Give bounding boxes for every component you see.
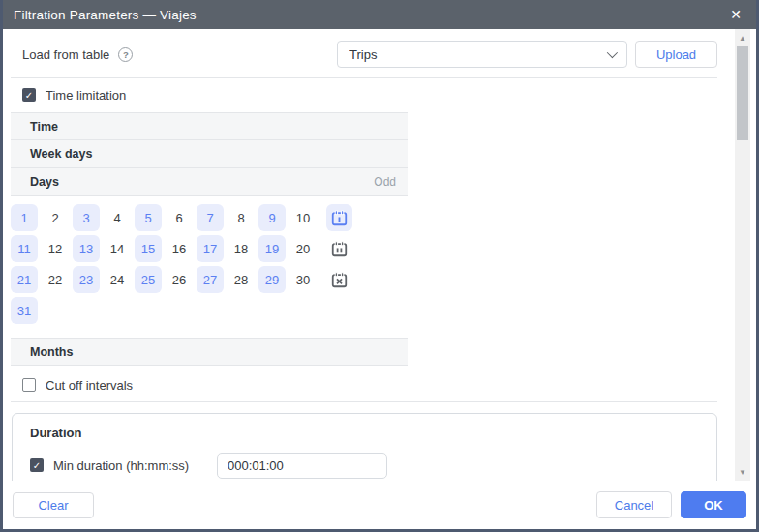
day-cell-28[interactable]: 28 (228, 266, 255, 293)
day-cell-30[interactable]: 30 (289, 266, 317, 293)
clear-button[interactable]: Clear (13, 492, 94, 518)
day-cell-12[interactable]: 12 (42, 235, 69, 262)
time-limitation-checkbox[interactable]: ✓ (22, 88, 36, 102)
section-row-days[interactable]: Days Odd (11, 168, 408, 196)
chevron-down-icon (607, 47, 618, 58)
day-cell-31[interactable]: 31 (11, 297, 38, 324)
select-odd-days-icon[interactable] (326, 204, 352, 231)
dialog-body: Load from table ? Trips Upload ✓ Time li… (3, 29, 756, 529)
calendar-row: 31 (11, 295, 733, 326)
filtration-parameters-dialog: Filtration Parameters — Viajes ✕ Load fr… (0, 0, 759, 532)
divider (11, 401, 717, 402)
divider (11, 77, 717, 78)
dialog-footer: Clear Cancel OK (3, 481, 756, 529)
min-duration-input[interactable] (217, 453, 387, 479)
day-cell-29[interactable]: 29 (258, 266, 286, 293)
day-cell-20[interactable]: 20 (289, 235, 317, 262)
clear-days-icon[interactable] (326, 266, 352, 293)
select-even-days-icon[interactable] (326, 235, 352, 262)
day-cell-16[interactable]: 16 (166, 235, 193, 262)
load-from-table-label: Load from table (22, 47, 109, 62)
calendar-row: 12345678910 (11, 202, 733, 233)
scrollbar-thumb[interactable] (737, 46, 748, 140)
cut-off-intervals-checkbox[interactable] (22, 378, 36, 392)
day-cell-23[interactable]: 23 (73, 266, 100, 293)
day-cell-3[interactable]: 3 (73, 204, 100, 231)
cut-off-intervals-label: Cut off intervals (46, 378, 133, 393)
time-limitation-label: Time limitation (46, 88, 126, 103)
day-cell-25[interactable]: 25 (135, 266, 162, 293)
day-cell-13[interactable]: 13 (73, 235, 100, 262)
day-cell-17[interactable]: 17 (197, 235, 224, 262)
section-week-days-label: Week days (30, 147, 92, 161)
load-from-table-row: Load from table ? Trips Upload (22, 41, 717, 68)
dialog-titlebar: Filtration Parameters — Viajes ✕ (0, 0, 759, 29)
day-cell-26[interactable]: 26 (166, 266, 193, 293)
section-days-label: Days (30, 175, 59, 189)
ok-button[interactable]: OK (681, 491, 746, 518)
section-row-months[interactable]: Months (11, 338, 408, 366)
upload-button[interactable]: Upload (635, 41, 717, 68)
days-mode-badge: Odd (374, 175, 396, 189)
dialog-title: Filtration Parameters — Viajes (14, 8, 726, 22)
time-sections-table: Time Week days Days Odd (11, 112, 408, 196)
scroll-up-icon[interactable]: ▲ (735, 31, 750, 44)
vertical-scrollbar[interactable]: ▲ ▼ (735, 29, 750, 481)
day-cell-9[interactable]: 9 (258, 204, 286, 231)
min-duration-row: ✓ Min duration (hh:mm:ss) (30, 453, 716, 478)
section-row-week-days[interactable]: Week days (11, 140, 408, 168)
section-months-label: Months (30, 345, 73, 359)
day-cell-4[interactable]: 4 (104, 204, 131, 231)
day-cell-22[interactable]: 22 (42, 266, 69, 293)
months-section-table: Months (11, 338, 408, 366)
day-cell-14[interactable]: 14 (104, 235, 131, 262)
calendar-row: 11121314151617181920 (11, 233, 733, 264)
scroll-down-icon[interactable]: ▼ (735, 465, 750, 479)
table-select-value: Trips (349, 47, 377, 62)
day-cell-8[interactable]: 8 (228, 204, 255, 231)
day-cell-7[interactable]: 7 (197, 204, 224, 231)
section-time-label: Time (30, 120, 58, 133)
duration-panel: Duration ✓ Min duration (hh:mm:ss) (12, 413, 717, 481)
min-duration-label: Min duration (hh:mm:ss) (53, 458, 189, 473)
day-cell-2[interactable]: 2 (42, 204, 69, 231)
close-icon[interactable]: ✕ (726, 5, 745, 24)
calendar-row: 21222324252627282930 (11, 264, 733, 295)
day-cell-11[interactable]: 11 (11, 235, 38, 262)
day-cell-10[interactable]: 10 (289, 204, 317, 231)
day-cell-6[interactable]: 6 (166, 204, 193, 231)
cancel-button[interactable]: Cancel (596, 491, 672, 518)
help-icon[interactable]: ? (118, 47, 133, 62)
time-limitation-row[interactable]: ✓ Time limitation (22, 87, 733, 103)
min-duration-checkbox[interactable]: ✓ (30, 458, 44, 472)
dialog-content: Load from table ? Trips Upload ✓ Time li… (3, 29, 733, 481)
day-cell-24[interactable]: 24 (104, 266, 131, 293)
section-row-time[interactable]: Time (11, 112, 408, 140)
duration-panel-title: Duration (30, 426, 716, 440)
day-cell-18[interactable]: 18 (228, 235, 255, 262)
days-calendar-grid: 12345678910 11121314151617181920 2122232… (11, 202, 733, 326)
min-duration-label-wrap: ✓ Min duration (hh:mm:ss) (30, 458, 217, 473)
table-select[interactable]: Trips (337, 41, 627, 68)
day-cell-19[interactable]: 19 (258, 235, 286, 262)
day-cell-27[interactable]: 27 (197, 266, 224, 293)
day-cell-1[interactable]: 1 (11, 204, 38, 231)
cut-off-intervals-row[interactable]: Cut off intervals (22, 377, 733, 393)
day-cell-21[interactable]: 21 (11, 266, 38, 293)
day-cell-15[interactable]: 15 (135, 235, 162, 262)
day-cell-5[interactable]: 5 (135, 204, 162, 231)
